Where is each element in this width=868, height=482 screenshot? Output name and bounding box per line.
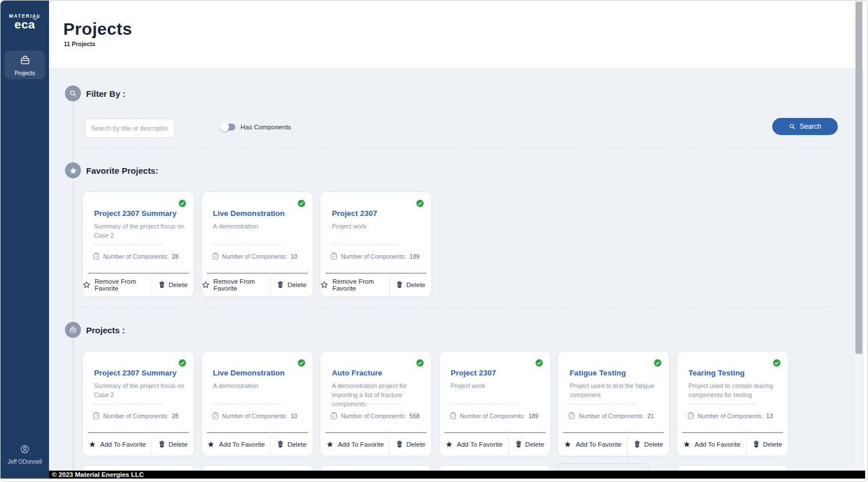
favorite-toggle-label: Add To Favorite	[576, 441, 621, 448]
components-label: Number of Components:	[103, 412, 168, 419]
delete-label: Delete	[525, 441, 544, 448]
project-title-link[interactable]: Project 2307	[332, 209, 423, 218]
star-icon	[83, 281, 91, 289]
favorite-toggle-button[interactable]: Remove From Favorite	[83, 273, 152, 296]
delete-label: Delete	[406, 281, 425, 288]
card-dashed-divider	[332, 244, 399, 245]
components-label: Number of Components:	[222, 412, 287, 419]
project-card-partial	[677, 465, 789, 471]
components-value: 13	[766, 412, 773, 419]
clipboard-icon	[93, 412, 100, 419]
project-title-link[interactable]: Project 2307 Summary	[94, 369, 186, 377]
project-title-link[interactable]: Live Demonstration	[213, 209, 305, 218]
projects-section-icon	[65, 322, 81, 338]
project-title-link[interactable]: Live Demonstration	[213, 369, 305, 377]
project-title-link[interactable]: Tearing Testing	[688, 369, 780, 377]
components-value: 189	[528, 412, 539, 419]
project-card: Live Demonstration A demonstration Numbe…	[201, 191, 313, 297]
card-dashed-divider	[213, 244, 280, 245]
delete-button[interactable]: Delete	[152, 432, 194, 456]
project-card: Fatigue Testing Project used to test the…	[557, 351, 670, 456]
check-circle-icon	[416, 359, 424, 367]
search-section-icon	[65, 85, 81, 101]
project-card: Project 2307 Summary Summary of the proj…	[82, 351, 194, 456]
card-dashed-divider	[451, 404, 518, 405]
favorite-toggle-button[interactable]: Remove From Favorite	[320, 273, 389, 296]
search-button-label: Search	[800, 122, 821, 130]
favorite-toggle-button[interactable]: Add To Favorite	[439, 432, 508, 456]
toggle-knob	[220, 122, 229, 132]
card-dashed-divider	[94, 404, 161, 405]
delete-button[interactable]: Delete	[390, 432, 431, 456]
briefcase-icon	[19, 55, 31, 66]
clipboard-icon	[93, 252, 100, 260]
clipboard-icon	[212, 252, 219, 260]
components-label: Number of Components:	[103, 253, 168, 260]
components-label: Number of Components:	[341, 253, 406, 260]
search-input[interactable]	[85, 119, 174, 138]
delete-button[interactable]: Delete	[271, 432, 312, 456]
project-description: A demonstration project for importing a …	[332, 382, 422, 409]
clipboard-icon	[568, 412, 575, 419]
timeline-rail	[73, 93, 74, 471]
delete-button[interactable]: Delete	[390, 273, 431, 296]
main-content: Filter By : Has Components Search Favori…	[49, 68, 864, 471]
check-circle-icon	[416, 199, 424, 207]
project-description: A demonstration	[213, 222, 304, 231]
favorite-toggle-label: Add To Favorite	[338, 441, 384, 448]
favorite-toggle-label: Add To Favorite	[695, 441, 740, 448]
project-card: Project 2307 Project work Number of Comp…	[320, 191, 432, 297]
project-title-link[interactable]: Fatigue Testing	[569, 369, 661, 377]
card-dashed-divider	[213, 404, 280, 405]
star-icon	[207, 440, 215, 448]
project-description: Project used to test the fatigue compone…	[569, 382, 660, 400]
favorite-toggle-button[interactable]: Add To Favorite	[320, 432, 389, 456]
project-card-partial	[82, 465, 194, 471]
favorite-toggle-button[interactable]: Add To Favorite	[202, 432, 271, 456]
trash-icon	[753, 440, 760, 448]
check-circle-icon	[178, 199, 186, 207]
sidebar-item-projects[interactable]: Projects	[5, 51, 45, 79]
partial-card-row	[82, 463, 789, 471]
brand-checkmark-icon	[32, 15, 40, 21]
search-button[interactable]: Search	[772, 118, 838, 135]
project-title-link[interactable]: Project 2307	[451, 369, 543, 377]
delete-button[interactable]: Delete	[271, 273, 312, 296]
star-icon	[202, 281, 210, 289]
favorites-section-icon	[65, 162, 81, 178]
project-description: Summary of the project focus on Case 2	[94, 222, 185, 240]
favorite-toggle-button[interactable]: Add To Favorite	[83, 432, 152, 456]
search-icon	[789, 123, 796, 130]
project-card: Tearing Testing Project used to contain …	[677, 351, 789, 456]
delete-button[interactable]: Delete	[509, 432, 551, 456]
projects-count: 11 Projects	[64, 40, 95, 47]
favorite-toggle-button[interactable]: Add To Favorite	[558, 432, 627, 456]
scrollbar-thumb[interactable]	[855, 2, 862, 354]
project-card-partial	[320, 465, 432, 471]
favorite-toggle-button[interactable]: Add To Favorite	[677, 432, 746, 456]
sidebar-user[interactable]: Jeff ODonnell	[1, 444, 49, 465]
has-components-label: Has Components	[241, 124, 291, 130]
delete-button[interactable]: Delete	[152, 273, 194, 296]
project-title-link[interactable]: Project 2307 Summary	[94, 209, 186, 218]
star-icon	[320, 281, 328, 289]
favorite-toggle-button[interactable]: Remove From Favorite	[202, 273, 271, 296]
delete-button[interactable]: Delete	[627, 432, 669, 456]
has-components-toggle[interactable]	[222, 124, 235, 130]
check-circle-icon	[178, 359, 186, 367]
project-title-link[interactable]: Auto Fracture	[332, 369, 423, 377]
clipboard-icon	[212, 412, 219, 419]
card-placeholder-dashed	[557, 463, 650, 471]
delete-label: Delete	[169, 441, 188, 448]
footer-copyright: © 2023 Material Energies LLC	[49, 471, 865, 479]
trash-icon	[396, 281, 403, 288]
delete-label: Delete	[763, 441, 782, 448]
favorite-toggle-label: Add To Favorite	[100, 441, 146, 448]
delete-label: Delete	[169, 281, 188, 288]
star-icon	[326, 440, 334, 448]
project-card: Project 2307 Project work Number of Comp…	[439, 351, 551, 456]
delete-button[interactable]: Delete	[747, 432, 788, 456]
check-circle-icon	[298, 199, 305, 207]
components-value: 21	[647, 412, 654, 419]
scrollbar[interactable]	[855, 1, 862, 471]
